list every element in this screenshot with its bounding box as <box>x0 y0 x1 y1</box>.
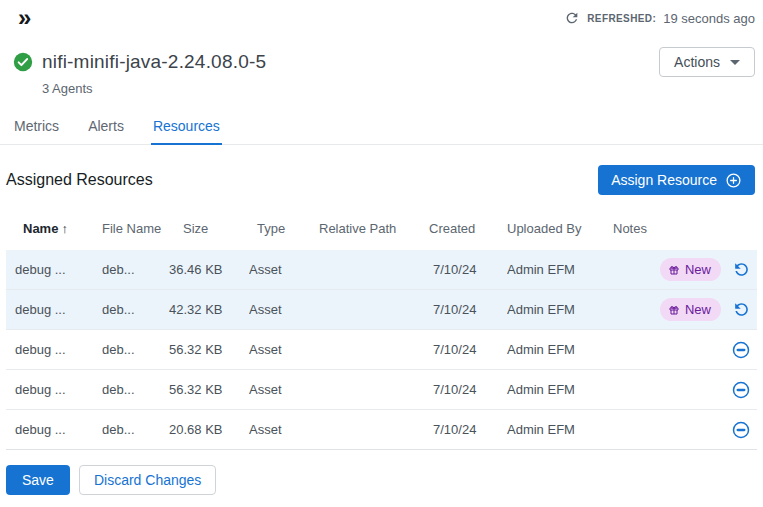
refreshed-label: REFRESHED: <box>587 13 656 24</box>
column-header-notes[interactable]: Notes <box>609 221 659 237</box>
cell-type: Asset <box>249 382 319 397</box>
table-row[interactable]: debug ... deb... 20.68 KB Asset 7/10/24 … <box>6 410 757 450</box>
cell-name: debug ... <box>15 422 102 437</box>
cell-size: 36.46 KB <box>169 262 249 277</box>
cell-size: 56.32 KB <box>169 382 249 397</box>
cell-created: 7/10/24 <box>429 342 507 357</box>
undo-assign-button[interactable] <box>730 259 752 281</box>
cell-name: debug ... <box>15 302 102 317</box>
cell-created: 7/10/24 <box>429 302 507 317</box>
cell-type: Asset <box>249 422 319 437</box>
title-row: nifi-minifi-java-2.24.08.0-5 Actions <box>0 46 763 78</box>
footer-actions: Save Discard Changes <box>6 465 763 495</box>
actions-button[interactable]: Actions <box>659 47 755 77</box>
table-row[interactable]: debug ... deb... 36.46 KB Asset 7/10/24 … <box>6 250 757 290</box>
cell-created: 7/10/24 <box>429 422 507 437</box>
cell-name: debug ... <box>15 342 102 357</box>
table-row[interactable]: debug ... deb... 42.32 KB Asset 7/10/24 … <box>6 290 757 330</box>
discard-changes-button[interactable]: Discard Changes <box>79 465 216 495</box>
section-title: Assigned Resources <box>6 171 153 189</box>
cell-type: Asset <box>249 262 319 277</box>
tab-bar: Metrics Alerts Resources <box>0 112 763 145</box>
assign-resource-button[interactable]: Assign Resource <box>598 165 755 195</box>
plus-circle-icon <box>725 172 742 189</box>
remove-resource-button[interactable] <box>730 379 752 401</box>
new-badge: New <box>660 298 721 321</box>
cell-file-name: deb... <box>102 342 169 357</box>
new-badge: New <box>660 258 721 281</box>
refreshed-value: 19 seconds ago <box>663 11 755 26</box>
tab-metrics[interactable]: Metrics <box>12 112 61 145</box>
cell-file-name: deb... <box>102 262 169 277</box>
cell-uploaded-by: Admin EFM <box>507 302 609 317</box>
new-badge-label: New <box>685 302 711 317</box>
gift-icon <box>668 304 680 316</box>
column-header-created[interactable]: Created <box>429 221 507 237</box>
save-button[interactable]: Save <box>6 465 70 495</box>
table-row[interactable]: debug ... deb... 56.32 KB Asset 7/10/24 … <box>6 330 757 370</box>
actions-button-label: Actions <box>674 54 720 70</box>
assign-resource-label: Assign Resource <box>611 172 717 188</box>
tab-resources[interactable]: Resources <box>151 112 222 145</box>
cell-type: Asset <box>249 342 319 357</box>
cell-size: 20.68 KB <box>169 422 249 437</box>
remove-resource-button[interactable] <box>730 419 752 441</box>
top-bar: » REFRESHED: 19 seconds ago <box>0 0 763 32</box>
new-badge-label: New <box>685 262 711 277</box>
cell-type: Asset <box>249 302 319 317</box>
column-header-type[interactable]: Type <box>249 221 319 237</box>
cell-size: 56.32 KB <box>169 342 249 357</box>
column-header-file-name[interactable]: File Name <box>102 221 169 237</box>
agent-count: 3 Agents <box>42 81 763 96</box>
column-header-uploaded-by[interactable]: Uploaded By <box>507 221 609 237</box>
table-row[interactable]: debug ... deb... 56.32 KB Asset 7/10/24 … <box>6 370 757 410</box>
column-header-relative-path[interactable]: Relative Path <box>319 221 429 237</box>
gift-icon <box>668 264 680 276</box>
tab-alerts[interactable]: Alerts <box>86 112 126 145</box>
cell-file-name: deb... <box>102 422 169 437</box>
sort-ascending-icon: ↑ <box>61 221 68 236</box>
cell-created: 7/10/24 <box>429 262 507 277</box>
column-header-size[interactable]: Size <box>169 221 249 237</box>
cell-name: debug ... <box>15 262 102 277</box>
table-header-row: Name↑ File Name Size Type Relative Path … <box>6 208 757 250</box>
healthy-status-icon <box>13 52 33 72</box>
cell-uploaded-by: Admin EFM <box>507 262 609 277</box>
column-header-name[interactable]: Name↑ <box>15 221 102 237</box>
cell-uploaded-by: Admin EFM <box>507 422 609 437</box>
chevron-down-icon <box>730 60 740 65</box>
cell-uploaded-by: Admin EFM <box>507 382 609 397</box>
cell-created: 7/10/24 <box>429 382 507 397</box>
refresh-icon[interactable] <box>564 10 580 26</box>
cell-uploaded-by: Admin EFM <box>507 342 609 357</box>
undo-assign-button[interactable] <box>730 299 752 321</box>
cell-size: 42.32 KB <box>169 302 249 317</box>
remove-resource-button[interactable] <box>730 339 752 361</box>
resources-section-header: Assigned Resources Assign Resource <box>0 165 763 195</box>
assigned-resources-table: Name↑ File Name Size Type Relative Path … <box>6 208 757 450</box>
cell-file-name: deb... <box>102 302 169 317</box>
expand-sidebar-icon[interactable]: » <box>18 6 31 30</box>
cell-name: debug ... <box>15 382 102 397</box>
cell-file-name: deb... <box>102 382 169 397</box>
page-title: nifi-minifi-java-2.24.08.0-5 <box>42 51 659 73</box>
refreshed-status: REFRESHED: 19 seconds ago <box>564 10 755 26</box>
